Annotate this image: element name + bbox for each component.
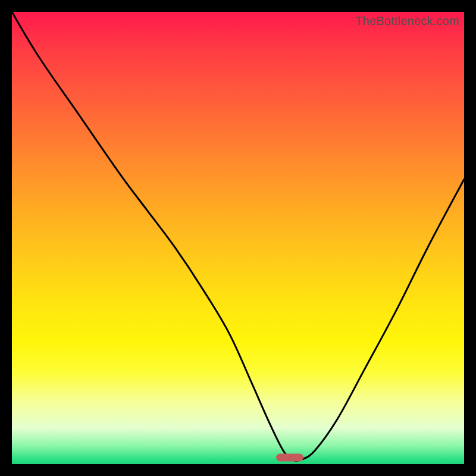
minimum-marker [276,453,303,461]
chart-plot-area: TheBottleneck.com [12,12,464,464]
chart-frame: TheBottleneck.com [0,0,476,476]
curve-path [12,12,464,461]
bottleneck-curve [12,12,464,464]
